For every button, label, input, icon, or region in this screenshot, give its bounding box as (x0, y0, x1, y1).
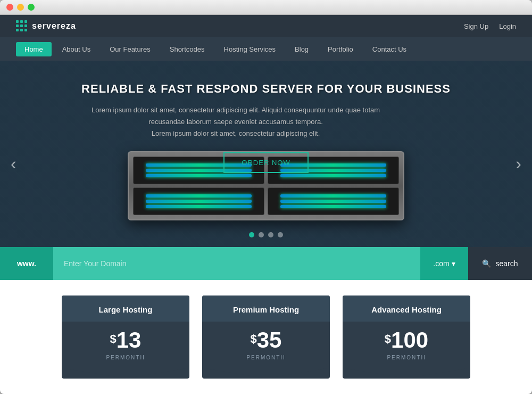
led-10 (280, 194, 386, 198)
pricing-card-advanced-price: $100 (353, 329, 460, 351)
hero-section: RELIABLE & FAST RESPOND SERVER FOR YOUR … (0, 61, 532, 247)
carousel-dot-2[interactable] (259, 232, 264, 237)
order-now-button[interactable]: ORDER NOW (223, 152, 308, 173)
led-6 (280, 174, 386, 177)
nav-item-hosting[interactable]: Hosting Services (215, 42, 285, 56)
chevron-down-icon: ▾ (452, 259, 455, 268)
logo-grid-icon (16, 20, 28, 32)
led-9 (146, 205, 251, 208)
nav-item-features[interactable]: Our Features (101, 42, 159, 56)
pricing-card-large-price: $13 (72, 329, 179, 351)
domain-www-label: www. (0, 247, 53, 280)
led-8 (146, 200, 251, 203)
title-bar (0, 0, 532, 15)
pricing-card-premium-header: Premium Hosting (202, 296, 330, 322)
nav-bar: Home About Us Our Features Shortcodes Ho… (0, 37, 532, 61)
pricing-card-advanced: Advanced Hosting $100 PERMONTH (343, 296, 470, 379)
pricing-card-large-body: $13 PERMONTH (62, 322, 189, 368)
carousel-next-button[interactable]: › (516, 153, 521, 173)
domain-search-bar: www. .com ▾ 🔍 search (0, 247, 532, 280)
carousel-dots (249, 232, 283, 237)
carousel-dot-4[interactable] (278, 232, 283, 237)
pricing-section: Large Hosting $13 PERMONTH Premium Hosti… (0, 280, 532, 394)
pricing-card-large-arrow (62, 368, 189, 379)
nav-item-contact[interactable]: Contact Us (364, 42, 415, 56)
led-7 (146, 194, 251, 198)
pricing-card-premium-title: Premium Hosting (213, 305, 319, 314)
led-3 (146, 174, 251, 177)
close-button[interactable] (6, 4, 13, 11)
hero-content: RELIABLE & FAST RESPOND SERVER FOR YOUR … (81, 82, 451, 173)
top-actions: Sign Up Login (464, 22, 516, 30)
nav-item-shortcodes[interactable]: Shortcodes (161, 42, 213, 56)
pricing-card-large: Large Hosting $13 PERMONTH (62, 296, 189, 379)
browser-window: servereza Sign Up Login Home About Us Ou… (0, 0, 532, 394)
pricing-card-large-title: Large Hosting (72, 305, 179, 314)
nav-item-about[interactable]: About Us (54, 42, 99, 56)
maximize-button[interactable] (28, 4, 35, 11)
domain-extension-select[interactable]: .com ▾ (420, 247, 468, 280)
logo: servereza (16, 20, 76, 32)
search-icon: 🔍 (482, 259, 491, 268)
site-wrapper: servereza Sign Up Login Home About Us Ou… (0, 15, 532, 394)
pricing-card-premium: Premium Hosting $35 PERMONTH (202, 296, 330, 379)
carousel-dot-3[interactable] (268, 232, 273, 237)
hero-subtitle: Lorem ipsum dolor sit amet, consectetur … (81, 104, 390, 139)
nav-item-blog[interactable]: Blog (286, 42, 317, 56)
top-bar: servereza Sign Up Login (0, 15, 532, 37)
pricing-card-advanced-header: Advanced Hosting (343, 296, 470, 322)
nav-item-home[interactable]: Home (16, 42, 52, 56)
domain-input[interactable] (53, 247, 420, 280)
drive-bay-4 (268, 187, 399, 215)
pricing-card-large-header: Large Hosting (62, 296, 189, 322)
carousel-prev-button[interactable]: ‹ (11, 153, 16, 173)
pricing-card-premium-arrow (202, 368, 330, 379)
pricing-card-advanced-arrow (343, 368, 470, 379)
pricing-card-advanced-body: $100 PERMONTH (343, 322, 470, 368)
pricing-card-premium-body: $35 PERMONTH (202, 322, 330, 368)
nav-item-portfolio[interactable]: Portfolio (319, 42, 362, 56)
pricing-card-advanced-title: Advanced Hosting (353, 305, 460, 314)
drive-bay-3 (133, 187, 264, 215)
minimize-button[interactable] (17, 4, 24, 11)
pricing-card-large-per: PERMONTH (72, 355, 179, 360)
led-11 (280, 200, 386, 203)
carousel-dot-1[interactable] (249, 232, 254, 237)
login-link[interactable]: Login (499, 22, 516, 30)
pricing-card-premium-per: PERMONTH (213, 355, 319, 360)
pricing-card-premium-price: $35 (213, 329, 319, 351)
hero-title: RELIABLE & FAST RESPOND SERVER FOR YOUR … (81, 82, 451, 96)
led-12 (280, 205, 386, 208)
pricing-card-advanced-per: PERMONTH (353, 355, 460, 360)
signup-link[interactable]: Sign Up (464, 22, 488, 30)
traffic-lights (6, 4, 35, 11)
logo-text: servereza (32, 21, 76, 31)
domain-search-button[interactable]: 🔍 search (468, 247, 532, 280)
